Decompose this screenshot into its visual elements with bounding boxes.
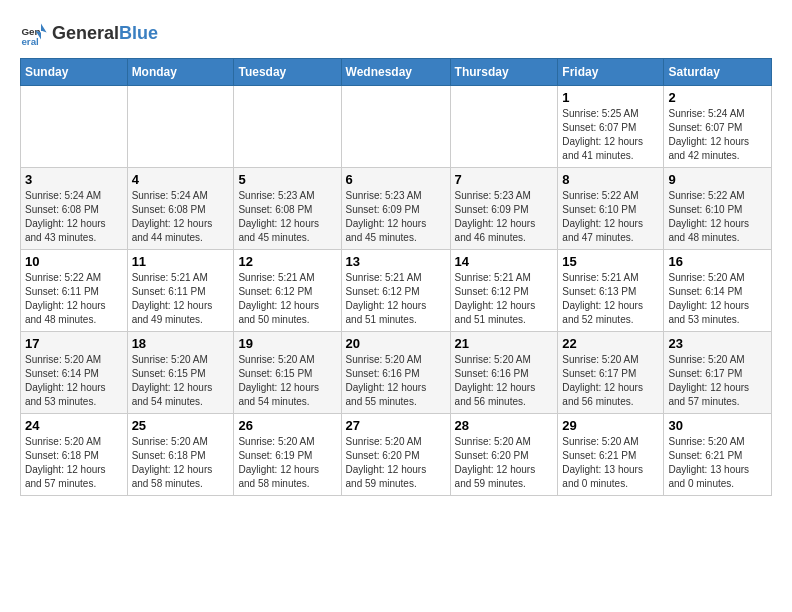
calendar-cell bbox=[127, 86, 234, 168]
day-number: 7 bbox=[455, 172, 554, 187]
logo-icon: Gen eral bbox=[20, 20, 48, 48]
day-info: Sunrise: 5:20 AM Sunset: 6:20 PM Dayligh… bbox=[346, 435, 446, 491]
calendar-cell: 24Sunrise: 5:20 AM Sunset: 6:18 PM Dayli… bbox=[21, 414, 128, 496]
calendar-cell: 14Sunrise: 5:21 AM Sunset: 6:12 PM Dayli… bbox=[450, 250, 558, 332]
day-info: Sunrise: 5:20 AM Sunset: 6:15 PM Dayligh… bbox=[238, 353, 336, 409]
day-number: 8 bbox=[562, 172, 659, 187]
day-number: 12 bbox=[238, 254, 336, 269]
day-number: 27 bbox=[346, 418, 446, 433]
calendar-cell: 30Sunrise: 5:20 AM Sunset: 6:21 PM Dayli… bbox=[664, 414, 772, 496]
calendar-body: 1Sunrise: 5:25 AM Sunset: 6:07 PM Daylig… bbox=[21, 86, 772, 496]
calendar-cell: 18Sunrise: 5:20 AM Sunset: 6:15 PM Dayli… bbox=[127, 332, 234, 414]
day-info: Sunrise: 5:21 AM Sunset: 6:12 PM Dayligh… bbox=[238, 271, 336, 327]
day-info: Sunrise: 5:21 AM Sunset: 6:11 PM Dayligh… bbox=[132, 271, 230, 327]
calendar-cell: 5Sunrise: 5:23 AM Sunset: 6:08 PM Daylig… bbox=[234, 168, 341, 250]
day-info: Sunrise: 5:20 AM Sunset: 6:16 PM Dayligh… bbox=[455, 353, 554, 409]
day-number: 18 bbox=[132, 336, 230, 351]
day-number: 5 bbox=[238, 172, 336, 187]
calendar-week: 24Sunrise: 5:20 AM Sunset: 6:18 PM Dayli… bbox=[21, 414, 772, 496]
day-number: 22 bbox=[562, 336, 659, 351]
weekday-header: Friday bbox=[558, 59, 664, 86]
weekday-header: Tuesday bbox=[234, 59, 341, 86]
day-number: 16 bbox=[668, 254, 767, 269]
calendar-cell: 19Sunrise: 5:20 AM Sunset: 6:15 PM Dayli… bbox=[234, 332, 341, 414]
day-number: 24 bbox=[25, 418, 123, 433]
day-number: 17 bbox=[25, 336, 123, 351]
day-info: Sunrise: 5:25 AM Sunset: 6:07 PM Dayligh… bbox=[562, 107, 659, 163]
calendar-cell: 20Sunrise: 5:20 AM Sunset: 6:16 PM Dayli… bbox=[341, 332, 450, 414]
day-info: Sunrise: 5:23 AM Sunset: 6:08 PM Dayligh… bbox=[238, 189, 336, 245]
calendar-cell: 13Sunrise: 5:21 AM Sunset: 6:12 PM Dayli… bbox=[341, 250, 450, 332]
day-number: 29 bbox=[562, 418, 659, 433]
calendar-header: SundayMondayTuesdayWednesdayThursdayFrid… bbox=[21, 59, 772, 86]
calendar-cell bbox=[234, 86, 341, 168]
day-number: 10 bbox=[25, 254, 123, 269]
day-info: Sunrise: 5:24 AM Sunset: 6:08 PM Dayligh… bbox=[132, 189, 230, 245]
calendar-cell: 29Sunrise: 5:20 AM Sunset: 6:21 PM Dayli… bbox=[558, 414, 664, 496]
day-number: 6 bbox=[346, 172, 446, 187]
calendar-cell: 4Sunrise: 5:24 AM Sunset: 6:08 PM Daylig… bbox=[127, 168, 234, 250]
day-number: 2 bbox=[668, 90, 767, 105]
day-number: 9 bbox=[668, 172, 767, 187]
weekday-header: Saturday bbox=[664, 59, 772, 86]
day-number: 11 bbox=[132, 254, 230, 269]
calendar-table: SundayMondayTuesdayWednesdayThursdayFrid… bbox=[20, 58, 772, 496]
calendar-cell: 16Sunrise: 5:20 AM Sunset: 6:14 PM Dayli… bbox=[664, 250, 772, 332]
calendar-cell: 23Sunrise: 5:20 AM Sunset: 6:17 PM Dayli… bbox=[664, 332, 772, 414]
day-info: Sunrise: 5:20 AM Sunset: 6:21 PM Dayligh… bbox=[562, 435, 659, 491]
day-info: Sunrise: 5:20 AM Sunset: 6:18 PM Dayligh… bbox=[132, 435, 230, 491]
day-info: Sunrise: 5:20 AM Sunset: 6:16 PM Dayligh… bbox=[346, 353, 446, 409]
day-number: 21 bbox=[455, 336, 554, 351]
day-info: Sunrise: 5:24 AM Sunset: 6:08 PM Dayligh… bbox=[25, 189, 123, 245]
day-info: Sunrise: 5:20 AM Sunset: 6:20 PM Dayligh… bbox=[455, 435, 554, 491]
day-number: 26 bbox=[238, 418, 336, 433]
calendar-cell: 7Sunrise: 5:23 AM Sunset: 6:09 PM Daylig… bbox=[450, 168, 558, 250]
weekday-header: Sunday bbox=[21, 59, 128, 86]
day-number: 14 bbox=[455, 254, 554, 269]
day-number: 28 bbox=[455, 418, 554, 433]
day-info: Sunrise: 5:23 AM Sunset: 6:09 PM Dayligh… bbox=[455, 189, 554, 245]
weekday-header: Monday bbox=[127, 59, 234, 86]
logo: Gen eral GeneralBlue bbox=[20, 20, 158, 48]
calendar-week: 3Sunrise: 5:24 AM Sunset: 6:08 PM Daylig… bbox=[21, 168, 772, 250]
day-info: Sunrise: 5:24 AM Sunset: 6:07 PM Dayligh… bbox=[668, 107, 767, 163]
day-info: Sunrise: 5:22 AM Sunset: 6:10 PM Dayligh… bbox=[668, 189, 767, 245]
day-number: 13 bbox=[346, 254, 446, 269]
calendar-cell bbox=[21, 86, 128, 168]
day-number: 19 bbox=[238, 336, 336, 351]
calendar-cell: 28Sunrise: 5:20 AM Sunset: 6:20 PM Dayli… bbox=[450, 414, 558, 496]
weekday-header: Thursday bbox=[450, 59, 558, 86]
day-number: 23 bbox=[668, 336, 767, 351]
calendar-cell: 15Sunrise: 5:21 AM Sunset: 6:13 PM Dayli… bbox=[558, 250, 664, 332]
calendar-cell: 1Sunrise: 5:25 AM Sunset: 6:07 PM Daylig… bbox=[558, 86, 664, 168]
calendar-cell: 6Sunrise: 5:23 AM Sunset: 6:09 PM Daylig… bbox=[341, 168, 450, 250]
day-info: Sunrise: 5:20 AM Sunset: 6:18 PM Dayligh… bbox=[25, 435, 123, 491]
calendar-cell: 25Sunrise: 5:20 AM Sunset: 6:18 PM Dayli… bbox=[127, 414, 234, 496]
calendar-cell: 2Sunrise: 5:24 AM Sunset: 6:07 PM Daylig… bbox=[664, 86, 772, 168]
header: Gen eral GeneralBlue bbox=[20, 20, 772, 48]
calendar-cell: 12Sunrise: 5:21 AM Sunset: 6:12 PM Dayli… bbox=[234, 250, 341, 332]
day-info: Sunrise: 5:20 AM Sunset: 6:14 PM Dayligh… bbox=[25, 353, 123, 409]
day-info: Sunrise: 5:21 AM Sunset: 6:12 PM Dayligh… bbox=[346, 271, 446, 327]
calendar-cell: 9Sunrise: 5:22 AM Sunset: 6:10 PM Daylig… bbox=[664, 168, 772, 250]
calendar-cell: 21Sunrise: 5:20 AM Sunset: 6:16 PM Dayli… bbox=[450, 332, 558, 414]
day-info: Sunrise: 5:20 AM Sunset: 6:14 PM Dayligh… bbox=[668, 271, 767, 327]
calendar-cell: 22Sunrise: 5:20 AM Sunset: 6:17 PM Dayli… bbox=[558, 332, 664, 414]
day-number: 4 bbox=[132, 172, 230, 187]
day-info: Sunrise: 5:21 AM Sunset: 6:12 PM Dayligh… bbox=[455, 271, 554, 327]
weekday-header: Wednesday bbox=[341, 59, 450, 86]
calendar-cell: 11Sunrise: 5:21 AM Sunset: 6:11 PM Dayli… bbox=[127, 250, 234, 332]
calendar-week: 10Sunrise: 5:22 AM Sunset: 6:11 PM Dayli… bbox=[21, 250, 772, 332]
calendar-cell: 10Sunrise: 5:22 AM Sunset: 6:11 PM Dayli… bbox=[21, 250, 128, 332]
calendar-cell: 26Sunrise: 5:20 AM Sunset: 6:19 PM Dayli… bbox=[234, 414, 341, 496]
calendar-cell bbox=[450, 86, 558, 168]
logo-text: GeneralBlue bbox=[52, 24, 158, 44]
day-number: 20 bbox=[346, 336, 446, 351]
day-info: Sunrise: 5:22 AM Sunset: 6:11 PM Dayligh… bbox=[25, 271, 123, 327]
day-info: Sunrise: 5:20 AM Sunset: 6:15 PM Dayligh… bbox=[132, 353, 230, 409]
svg-text:eral: eral bbox=[21, 36, 39, 47]
day-info: Sunrise: 5:23 AM Sunset: 6:09 PM Dayligh… bbox=[346, 189, 446, 245]
calendar-cell: 27Sunrise: 5:20 AM Sunset: 6:20 PM Dayli… bbox=[341, 414, 450, 496]
calendar-cell bbox=[341, 86, 450, 168]
calendar-cell: 8Sunrise: 5:22 AM Sunset: 6:10 PM Daylig… bbox=[558, 168, 664, 250]
